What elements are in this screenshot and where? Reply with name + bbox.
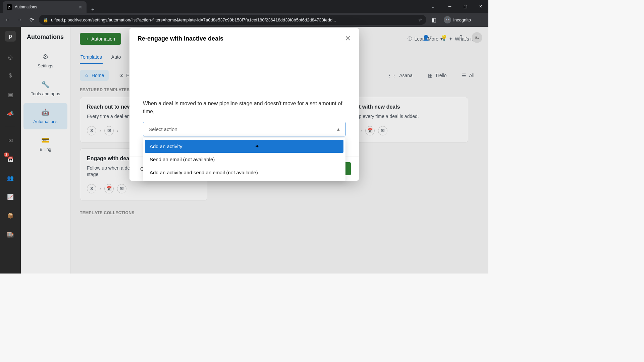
close-icon[interactable]: ✕	[345, 34, 351, 43]
tab-title: Automations	[15, 5, 37, 9]
modal-description: When a deal is moved to a new pipeline s…	[143, 100, 345, 116]
url-text: uifeed.pipedrive.com/settings/automation…	[51, 17, 416, 22]
close-tab-icon[interactable]: ✕	[78, 4, 83, 10]
modal: Re-engage with inactive deals ✕ When a d…	[129, 28, 359, 181]
reload-icon[interactable]: ⟳	[27, 15, 36, 24]
maximize-icon[interactable]: ▢	[458, 0, 473, 13]
browser-toolbar: ← → ⟳ 🔒 uifeed.pipedrive.com/settings/au…	[0, 13, 488, 27]
extensions-icon[interactable]: ◧	[429, 15, 438, 24]
browser-tab[interactable]: p Automations ✕	[3, 1, 87, 13]
dropdown-option[interactable]: Add an activity and send an email (not a…	[145, 166, 343, 179]
url-bar[interactable]: 🔒 uifeed.pipedrive.com/settings/automati…	[39, 15, 426, 25]
action-dropdown: Add an activity Send an email (not avail…	[143, 138, 345, 181]
action-select[interactable]: Select action ▴	[143, 122, 345, 136]
lock-icon: 🔒	[43, 17, 48, 22]
incognito-icon: 👓	[444, 16, 451, 23]
browser-tab-strip: p Automations ✕ + ⌄ ─ ▢ ✕	[0, 0, 488, 13]
forward-icon[interactable]: →	[15, 15, 24, 24]
modal-title: Re-engage with inactive deals	[138, 35, 223, 42]
menu-icon[interactable]: ⋮	[476, 15, 486, 24]
caret-up-icon: ▴	[337, 126, 340, 132]
dropdown-option[interactable]: Add an activity	[145, 140, 343, 153]
favicon: p	[7, 4, 12, 10]
star-icon[interactable]: ☆	[418, 17, 422, 22]
close-window-icon[interactable]: ✕	[473, 0, 488, 13]
tab-search-icon[interactable]: ⌄	[425, 0, 441, 13]
select-placeholder: Select action	[149, 126, 177, 132]
back-icon[interactable]: ←	[3, 15, 12, 24]
dropdown-option[interactable]: Send an email (not available)	[145, 153, 343, 166]
minimize-icon[interactable]: ─	[442, 0, 458, 13]
new-tab-button[interactable]: +	[87, 7, 99, 13]
incognito-badge: 👓 Incognito	[441, 16, 474, 23]
